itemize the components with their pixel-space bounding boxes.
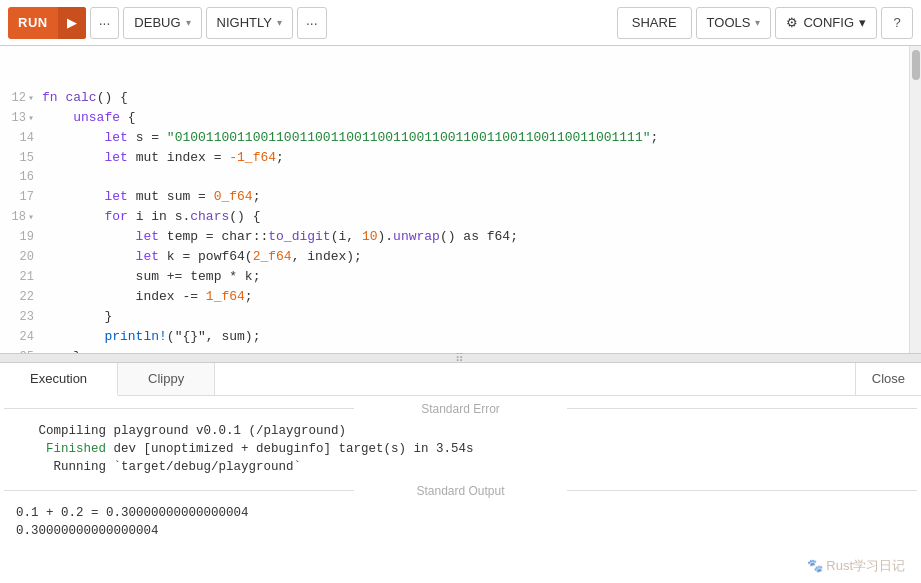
stdout-output: 0.1 + 0.2 = 0.300000000000000040.3000000… [0, 502, 921, 542]
more-options-button[interactable]: ··· [297, 7, 327, 39]
line-code: index -= 1_f64; [42, 287, 909, 306]
tab-execution[interactable]: Execution [0, 363, 118, 396]
watermark: 🐾 Rust学习日记 [807, 557, 905, 575]
line-code: sum += temp * k; [42, 267, 909, 286]
code-line: 19 let temp = char::to_digit(i, 10).unwr… [0, 227, 909, 247]
line-code: } [42, 307, 909, 326]
line-number: 23 [0, 308, 42, 327]
code-line: 14 let s = "0100110011001100110011001100… [0, 128, 909, 148]
line-code: println!("{}", sum); [42, 327, 909, 346]
nightly-button[interactable]: NIGHTLY ▾ [206, 7, 293, 39]
tab-clippy[interactable]: Clippy [118, 363, 215, 395]
code-line: 12▾fn calc() { [0, 88, 909, 108]
fold-icon[interactable]: ▾ [28, 109, 34, 128]
fold-icon[interactable]: ▾ [28, 89, 34, 108]
line-number: 24 [0, 328, 42, 347]
line-code: } [42, 347, 909, 353]
debug-label: DEBUG [134, 15, 180, 30]
help-button[interactable]: ? [881, 7, 913, 39]
line-code: unsafe { [42, 108, 909, 127]
code-line: 21 sum += temp * k; [0, 267, 909, 287]
line-number: 17 [0, 188, 42, 207]
line-number: 25 [0, 348, 42, 353]
code-line: 16 [0, 168, 909, 187]
line-code: fn calc() { [42, 88, 909, 107]
debug-button[interactable]: DEBUG ▾ [123, 7, 201, 39]
fold-icon[interactable]: ▾ [28, 208, 34, 227]
stdout-line: 0.30000000000000004 [16, 522, 905, 540]
line-number: 19 [0, 228, 42, 247]
code-line: 25 } [0, 347, 909, 353]
line-number: 20 [0, 248, 42, 267]
panel-tabs: Execution Clippy Close [0, 363, 921, 396]
line-code: let mut sum = 0_f64; [42, 187, 909, 206]
line-number: 16 [0, 168, 42, 187]
config-arrow-icon: ▾ [859, 15, 866, 30]
editor-area: 12▾fn calc() {13▾ unsafe {14 let s = "01… [0, 46, 921, 353]
stderr-line: Compiling playground v0.0.1 (/playground… [16, 422, 905, 440]
line-code: let k = powf64(2_f64, index); [42, 247, 909, 266]
line-code: let s = "0100110011001100110011001100110… [42, 128, 909, 147]
gear-icon: ⚙ [786, 15, 798, 30]
scrollbar-thumb [912, 50, 920, 80]
code-line: 20 let k = powf64(2_f64, index); [0, 247, 909, 267]
line-number: 22 [0, 288, 42, 307]
stdout-line: 0.1 + 0.2 = 0.30000000000000004 [16, 504, 905, 522]
stderr-line: Finished dev [unoptimized + debuginfo] t… [16, 440, 905, 458]
code-line: 23 } [0, 307, 909, 327]
share-button[interactable]: SHARE [617, 7, 692, 39]
line-number: 15 [0, 149, 42, 168]
config-button[interactable]: ⚙ CONFIG ▾ [775, 7, 877, 39]
debug-arrow-icon: ▾ [186, 17, 191, 28]
line-code: for i in s.chars() { [42, 207, 909, 226]
close-panel-button[interactable]: Close [855, 363, 921, 395]
run-label: RUN [8, 15, 58, 30]
code-view[interactable]: 12▾fn calc() {13▾ unsafe {14 let s = "01… [0, 46, 921, 353]
run-button[interactable]: RUN ▶ [8, 7, 86, 39]
panel-content: Standard Error Compiling playground v0.0… [0, 396, 921, 583]
code-line: 17 let mut sum = 0_f64; [0, 187, 909, 207]
run-arrow-icon[interactable]: ▶ [58, 7, 86, 39]
run-more-button[interactable]: ··· [90, 7, 120, 39]
stderr-label: Standard Error [0, 396, 921, 420]
line-code: let temp = char::to_digit(i, 10).unwrap(… [42, 227, 909, 246]
code-line: 15 let mut index = -1_f64; [0, 148, 909, 168]
tools-arrow-icon: ▾ [755, 17, 760, 28]
stdout-label: Standard Output [0, 478, 921, 502]
code-line: 22 index -= 1_f64; [0, 287, 909, 307]
bottom-panel: Execution Clippy Close Standard Error Co… [0, 363, 921, 583]
toolbar: RUN ▶ ··· DEBUG ▾ NIGHTLY ▾ ··· SHARE TO… [0, 0, 921, 46]
tools-button[interactable]: TOOLS ▾ [696, 7, 772, 39]
nightly-arrow-icon: ▾ [277, 17, 282, 28]
code-line: 18▾ for i in s.chars() { [0, 207, 909, 227]
editor-scrollbar[interactable] [909, 46, 921, 353]
code-line: 13▾ unsafe { [0, 108, 909, 128]
pane-divider[interactable]: ⠿ [0, 353, 921, 363]
config-label: CONFIG [803, 15, 854, 30]
line-number: 13▾ [0, 109, 42, 128]
nightly-label: NIGHTLY [217, 15, 272, 30]
line-number: 21 [0, 268, 42, 287]
line-number: 18▾ [0, 208, 42, 227]
code-line: 24 println!("{}", sum); [0, 327, 909, 347]
line-number: 14 [0, 129, 42, 148]
code-lines: 12▾fn calc() {13▾ unsafe {14 let s = "01… [0, 46, 909, 353]
watermark-text: 🐾 Rust学习日记 [807, 557, 905, 575]
line-code: let mut index = -1_f64; [42, 148, 909, 167]
tools-label: TOOLS [707, 15, 751, 30]
stderr-output: Compiling playground v0.0.1 (/playground… [0, 420, 921, 478]
line-number: 12▾ [0, 89, 42, 108]
stderr-line: Running `target/debug/playground` [16, 458, 905, 476]
